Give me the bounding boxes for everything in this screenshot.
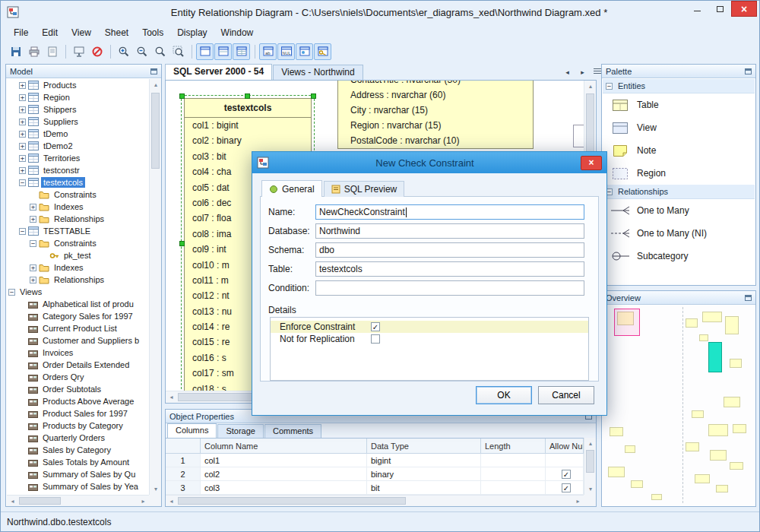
grid-row[interactable]: 3col3bit✓ xyxy=(166,481,584,495)
palette-item-subcategory[interactable]: Subcategory xyxy=(603,245,755,268)
grid-row[interactable]: 2col2binary✓ xyxy=(166,467,584,481)
expander-icon[interactable]: − xyxy=(30,240,36,247)
zoom-100-button[interactable] xyxy=(151,43,169,60)
scroll-up-icon[interactable]: ▴ xyxy=(150,79,162,90)
scroll-thumb[interactable] xyxy=(19,497,61,505)
grid-row[interactable]: 1col1bigint xyxy=(166,454,584,467)
save-button[interactable] xyxy=(7,43,24,60)
tab-scroll-left-icon[interactable]: ◂ xyxy=(562,66,573,78)
close-button[interactable]: × xyxy=(731,1,757,17)
tree-item[interactable]: Sales by Category xyxy=(7,444,149,456)
palette-item-table[interactable]: Table xyxy=(603,93,755,116)
tree-item[interactable]: +Relationships xyxy=(7,213,149,225)
overview-minimap[interactable] xyxy=(603,306,755,505)
input-schema[interactable]: dbo xyxy=(315,242,584,258)
presentation-button[interactable] xyxy=(70,43,87,60)
scroll-left-icon[interactable]: ◂ xyxy=(166,391,177,403)
dialog-tab-general[interactable]: General xyxy=(261,180,322,197)
palette-section-entities[interactable]: −Entities xyxy=(603,79,755,93)
expander-icon[interactable]: + xyxy=(30,204,36,211)
show-domains-button[interactable] xyxy=(296,43,313,60)
tree-item[interactable]: +Territories xyxy=(7,152,149,164)
tree-item[interactable]: +Indexes xyxy=(7,261,149,274)
zoom-out-button[interactable] xyxy=(133,43,150,60)
properties-tab-storage[interactable]: Storage xyxy=(217,424,264,438)
display-columns-button[interactable] xyxy=(214,43,232,60)
tree-item[interactable]: +tDemo2 xyxy=(7,140,149,152)
tree-item[interactable]: Order Subtotals xyxy=(7,383,149,395)
grid-horizontal-scrollbar[interactable]: ◂ ▸ xyxy=(166,495,584,506)
scroll-thumb[interactable] xyxy=(178,497,406,505)
tree-item[interactable]: Products Above Average xyxy=(7,395,149,407)
entity-fragment[interactable]: ContactTitle : nvarchar (30)Address : nv… xyxy=(337,81,534,149)
tree-item[interactable]: Quarterly Orders xyxy=(7,432,149,444)
tree-item[interactable]: Constraints xyxy=(7,188,149,201)
scroll-down-icon[interactable]: ▾ xyxy=(150,483,162,495)
tree-item[interactable]: Order Details Extended xyxy=(7,359,149,371)
input-table[interactable]: testextcols xyxy=(315,261,584,277)
menu-sheet[interactable]: Sheet xyxy=(98,26,135,40)
properties-tab-comments[interactable]: Comments xyxy=(264,424,321,438)
tree-item[interactable]: +testconstr xyxy=(7,164,149,176)
expander-icon[interactable]: + xyxy=(19,82,26,89)
menu-tools[interactable]: Tools xyxy=(135,26,170,40)
dialog-close-button[interactable]: × xyxy=(581,156,602,170)
expander-icon[interactable]: + xyxy=(30,277,36,283)
expander-icon[interactable]: + xyxy=(19,155,26,162)
scroll-up-icon[interactable]: ▴ xyxy=(584,81,597,92)
minimize-button[interactable] xyxy=(686,1,708,17)
tree-item[interactable]: Summary of Sales by Qu xyxy=(7,468,149,480)
tree-item[interactable]: +Suppliers xyxy=(7,116,149,128)
menu-file[interactable]: File xyxy=(7,26,35,40)
scroll-left-icon[interactable]: ◂ xyxy=(166,496,177,507)
tree-item[interactable]: −testextcols xyxy=(7,176,149,188)
tree-item[interactable]: +tDemo xyxy=(7,128,149,140)
palette-item-note[interactable]: Note xyxy=(603,139,755,162)
tree-item[interactable]: Alphabetical list of produ xyxy=(7,298,149,310)
show-null-button[interactable]: NUL xyxy=(277,43,295,60)
tree-item[interactable]: +Region xyxy=(7,91,149,103)
palette-item-region[interactable]: Region xyxy=(603,162,755,185)
menu-window[interactable]: Window xyxy=(214,26,261,40)
expander-icon[interactable]: − xyxy=(19,179,26,186)
expander-icon[interactable]: + xyxy=(19,167,26,174)
selection-handle[interactable] xyxy=(179,93,185,99)
tab-views-northwind[interactable]: Views - Northwind xyxy=(273,65,363,80)
print-button[interactable] xyxy=(25,43,43,60)
float-panel-icon[interactable] xyxy=(745,295,752,301)
zoom-sel-button[interactable] xyxy=(169,43,187,60)
tree-item[interactable]: +Indexes xyxy=(7,201,149,213)
tree-item[interactable]: +Shippers xyxy=(7,103,149,116)
tree-item[interactable]: pk_test xyxy=(7,249,149,261)
menu-edit[interactable]: Edit xyxy=(35,26,65,40)
tree-item[interactable]: −TESTTABLE xyxy=(7,225,149,237)
tree-vertical-scrollbar[interactable]: ▴ ▾ xyxy=(149,79,161,495)
menu-display[interactable]: Display xyxy=(170,26,214,40)
palette-section-relationships[interactable]: −Relationships xyxy=(603,185,755,199)
tree-item[interactable]: −Constraints xyxy=(7,237,149,249)
tree-item[interactable]: −Views xyxy=(7,286,149,298)
scroll-up-icon[interactable]: ▴ xyxy=(584,438,597,449)
maximize-button[interactable] xyxy=(708,1,731,17)
palette-item-one-to-many-ni[interactable]: One to Many (NI) xyxy=(603,222,755,245)
palette-item-view[interactable]: View xyxy=(603,116,755,139)
expander-icon[interactable]: − xyxy=(19,228,26,235)
tree-item[interactable]: Invoices xyxy=(7,347,149,359)
scroll-thumb[interactable] xyxy=(151,93,160,169)
palette-item-one-to-many[interactable]: One to Many xyxy=(603,199,755,222)
tree-item[interactable]: Summary of Sales by Yea xyxy=(7,480,149,492)
scroll-down-icon[interactable]: ▾ xyxy=(584,483,597,495)
tree-item[interactable]: Sales Totals by Amount xyxy=(7,456,149,468)
expander-icon[interactable]: + xyxy=(19,131,26,138)
allow-null-checkbox[interactable]: ✓ xyxy=(562,470,571,479)
selection-handle[interactable] xyxy=(311,93,316,99)
tree-item[interactable]: +Relationships xyxy=(7,274,149,286)
option-checkbox[interactable]: ✓ xyxy=(371,322,380,331)
canvas-shape[interactable] xyxy=(573,125,584,147)
cancel-button[interactable]: Cancel xyxy=(538,386,594,404)
show-types-button[interactable]: ab xyxy=(259,43,277,60)
scroll-thumb[interactable] xyxy=(586,450,594,473)
grid-vertical-scrollbar[interactable]: ▴ ▾ xyxy=(584,438,596,495)
tree-item[interactable]: +Products xyxy=(7,79,149,91)
expander-icon[interactable]: + xyxy=(30,216,36,223)
